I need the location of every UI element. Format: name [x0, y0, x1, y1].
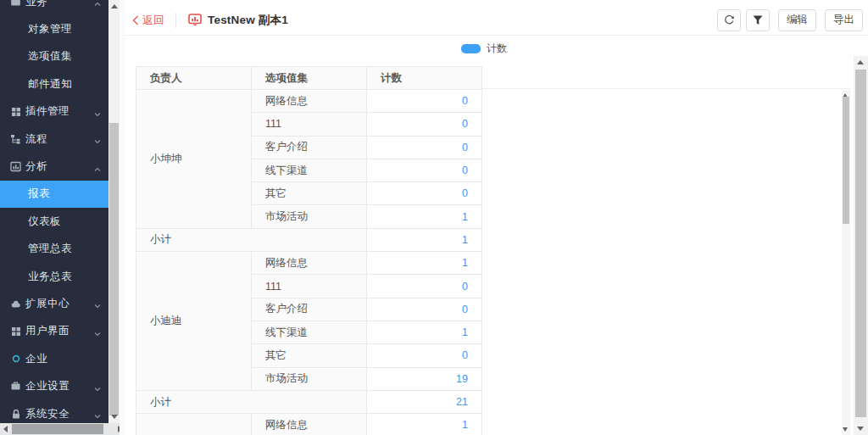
sidebar-item-5[interactable]: 插件管理 [0, 98, 108, 125]
header-actions: 编辑 导出 [717, 9, 868, 31]
table-row: 网络信息1 [136, 414, 482, 435]
page-vertical-scrollbar[interactable] [854, 56, 868, 435]
sidebar-item-label: 企业 [25, 352, 47, 366]
report-icon [188, 14, 202, 26]
sidebar-item-12[interactable]: 扩展中心 [0, 290, 108, 317]
chevron-up-icon [94, 0, 101, 5]
sidebar-item-4[interactable]: 邮件通知 [0, 70, 108, 98]
sidebar-item-label: 邮件通知 [28, 77, 72, 92]
owner-cell [136, 414, 252, 435]
sidebar-item-13[interactable]: 用户界面 [0, 318, 108, 345]
scroll-left-arrow-icon[interactable] [3, 426, 8, 432]
sidebar-item-2[interactable]: 对象管理 [0, 15, 108, 42]
scroll-down-arrow-icon[interactable] [111, 415, 118, 419]
sidebar-item-label: 用户界面 [25, 324, 70, 338]
sidebar-item-8[interactable]: 报表 [0, 181, 108, 208]
sidebar-item-7[interactable]: 分析 [0, 153, 108, 180]
plugin-grid-icon [10, 106, 21, 117]
edit-button[interactable]: 编辑 [778, 9, 816, 31]
option-cell: 客户介绍 [252, 298, 367, 321]
sidebar-item-11[interactable]: 业务总表 [0, 263, 108, 290]
column-header-2: 选项值集 [252, 67, 367, 90]
enterprise-settings-icon [10, 381, 21, 392]
sidebar-horizontal-scrollbar[interactable] [0, 423, 125, 435]
table-vertical-scrollbar[interactable] [842, 90, 850, 435]
count-link[interactable]: 0 [367, 275, 482, 298]
sidebar-item-label: 业务 [25, 0, 47, 9]
chart-legend[interactable]: 计数 [125, 41, 843, 56]
column-header-1: 负责人 [136, 67, 252, 90]
security-lock-icon [10, 409, 21, 420]
option-cell: 市场活动 [252, 205, 367, 228]
sidebar-item-label: 仪表板 [28, 215, 61, 229]
subtotal-count-link[interactable]: 21 [367, 390, 482, 413]
count-link[interactable]: 0 [367, 182, 482, 205]
count-link[interactable]: 0 [367, 159, 482, 181]
page-title: TestNew 副本1 [208, 13, 288, 28]
option-cell: 其它 [252, 182, 367, 205]
table-header-extension-line [482, 88, 851, 89]
scroll-up-arrow-icon[interactable] [857, 60, 864, 64]
subtotal-row: 小计21 [136, 390, 482, 413]
chevron-up-icon [94, 164, 101, 170]
option-cell: 线下渠道 [252, 159, 367, 181]
sidebar-scrollbar-thumb[interactable] [109, 123, 119, 415]
sidebar-item-label: 对象管理 [28, 22, 72, 36]
scroll-down-arrow-icon[interactable] [857, 427, 864, 431]
sidebar-item-label: 业务总表 [28, 270, 72, 284]
analysis-chart-icon [10, 161, 21, 172]
business-briefcase-icon [10, 0, 21, 8]
subtotal-label-cell: 小计 [136, 228, 367, 251]
sidebar-item-label: 企业设置 [25, 379, 70, 393]
count-link[interactable]: 19 [367, 367, 482, 390]
sidebar-item-label: 流程 [25, 132, 47, 147]
sidebar: 业务对象管理选项值集邮件通知插件管理流程分析报表仪表板管理总表业务总表扩展中心用… [0, 0, 108, 423]
sidebar-item-15[interactable]: 企业设置 [0, 372, 108, 399]
sidebar-vertical-scrollbar[interactable] [108, 0, 120, 423]
chevron-down-icon [94, 410, 101, 417]
flow-icon [10, 134, 21, 145]
sidebar-item-label: 扩展中心 [25, 297, 70, 311]
header-divider [175, 13, 176, 28]
scroll-up-arrow-icon[interactable] [111, 4, 118, 8]
sidebar-item-label: 管理总表 [28, 242, 72, 256]
sidebar-item-label: 分析 [25, 159, 47, 174]
count-link[interactable]: 1 [367, 414, 482, 435]
subtotal-count-link[interactable]: 1 [367, 228, 482, 251]
enterprise-circle-icon [10, 354, 21, 365]
back-button[interactable]: 返回 [132, 13, 164, 28]
count-link[interactable]: 0 [367, 136, 482, 159]
extension-cloud-icon [10, 298, 21, 310]
sidebar-item-9[interactable]: 仪表板 [0, 208, 108, 235]
sidebar-item-3[interactable]: 选项值集 [0, 43, 108, 70]
count-link[interactable]: 0 [367, 90, 482, 113]
count-link[interactable]: 0 [367, 344, 482, 367]
chevron-left-icon [132, 15, 139, 25]
export-button[interactable]: 导出 [825, 9, 863, 31]
back-label: 返回 [142, 13, 164, 28]
sidebar-item-14[interactable]: 企业 [0, 345, 108, 372]
page-scrollbar-thumb[interactable] [855, 70, 866, 417]
legend-label: 计数 [487, 42, 507, 56]
chevron-down-icon [94, 109, 101, 115]
table-scrollbar-thumb[interactable] [843, 97, 849, 224]
count-link[interactable]: 1 [367, 205, 482, 228]
count-link[interactable]: 0 [367, 298, 482, 321]
legend-color-swatch [461, 44, 481, 53]
count-link[interactable]: 1 [367, 321, 482, 343]
sidebar-item-1[interactable]: 业务 [0, 0, 108, 15]
refresh-button[interactable] [717, 9, 741, 31]
option-cell: 111 [252, 113, 367, 136]
sidebar-item-16[interactable]: 系统安全 [0, 400, 108, 423]
count-link[interactable]: 0 [367, 113, 482, 136]
table-row: 小迪迪网络信息1 [136, 252, 482, 275]
sidebar-hscrollbar-thumb[interactable] [12, 424, 103, 434]
sidebar-item-10[interactable]: 管理总表 [0, 236, 108, 263]
filter-button[interactable] [746, 9, 770, 31]
scroll-down-arrow-icon[interactable] [843, 427, 848, 432]
option-cell: 111 [252, 275, 367, 298]
option-cell: 网络信息 [252, 414, 367, 435]
subtotal-row: 小计1 [136, 228, 482, 251]
count-link[interactable]: 1 [367, 252, 482, 275]
sidebar-item-6[interactable]: 流程 [0, 125, 108, 153]
